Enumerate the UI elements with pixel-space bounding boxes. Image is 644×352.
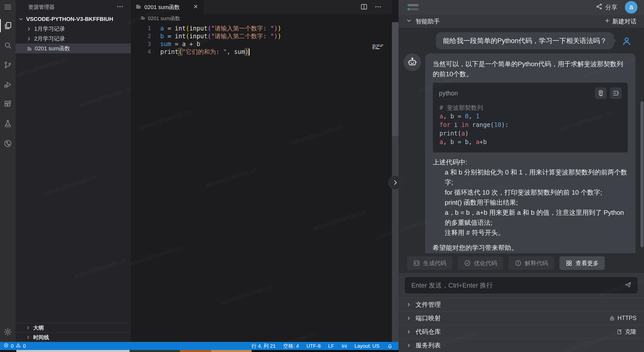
assistant-header[interactable]: 智能助手 新建对话 (398, 14, 644, 28)
status-bar: 0 0 行 4, 列 21空格: 4UTF-8LFIniLayout: US (0, 342, 398, 350)
status-item[interactable]: Layout: US (354, 343, 379, 349)
line-number: 2 (131, 33, 160, 39)
chevron-right-icon (26, 36, 32, 42)
assistant-intro: 当然可以，以下是一个简单的Python代码，用于求解斐波那契数列的前10个数。 (433, 59, 628, 79)
explanation: 上述代码中: a 和 b 分别初始化为 0 和 1，用来计算斐波那契数列的前两个… (433, 157, 628, 238)
share-icon (596, 3, 603, 10)
scrollbar-thumb[interactable] (392, 22, 398, 136)
split-editor-icon[interactable] (360, 3, 368, 12)
explorer-more-button[interactable] (116, 3, 124, 11)
send-icon[interactable] (624, 281, 632, 289)
chevron-right-icon (392, 179, 399, 186)
tree-item-2月学习记录[interactable]: 2月学习记录 (16, 34, 131, 44)
chat-code-line: # 斐波那契数列 (439, 103, 621, 112)
tree-item-0201 sum函数[interactable]: 0201 sum函数 (16, 44, 131, 53)
activity-extensions-button[interactable] (0, 96, 16, 112)
activity-source-control-button[interactable] (0, 57, 16, 73)
check-circle-icon (464, 260, 471, 267)
chevron-right-icon (26, 26, 32, 32)
chat-input[interactable] (411, 281, 624, 290)
code-line-4[interactable]: 4print("它们的和为: ", sum) (131, 48, 392, 56)
activity-run-debug-button[interactable] (0, 77, 16, 93)
panel-section-端口映射[interactable]: 端口映射HTTPS (398, 311, 644, 325)
activity-menu-button[interactable] (0, 0, 16, 14)
code-block-actions (595, 87, 622, 99)
strip-segment (211, 350, 252, 352)
code-block-header: python (433, 83, 628, 100)
chat-code-line: a, b = b, a+b (439, 138, 621, 146)
copy-button[interactable] (595, 87, 607, 99)
page-scrollbar[interactable] (640, 101, 643, 247)
info-circle-icon (515, 260, 522, 267)
activity-search-button[interactable] (0, 37, 16, 53)
sidebar-section-时间线[interactable]: 时间线 (16, 332, 131, 342)
action-button-label: 优化代码 (474, 259, 497, 267)
warning-count: 0 (23, 343, 26, 349)
share-button[interactable]: 分享 (596, 3, 617, 12)
panel-sections: 文件管理端口映射HTTPS代码仓库克隆服务列表 (398, 298, 644, 352)
code-language-label: python (439, 88, 458, 98)
explanation-items: a 和 b 分别初始化为 0 和 1，用来计算斐波那契数列的前两个数字;for … (433, 167, 628, 238)
warning-icon (16, 343, 21, 348)
explanation-item: print() 函数用于输出结果; (433, 197, 628, 207)
problems-indicator[interactable]: 0 0 (4, 343, 26, 349)
warning-icon (16, 343, 21, 349)
panel-section-代码仓库[interactable]: 代码仓库克隆 (398, 325, 644, 338)
code-editor[interactable]: 1a = int(input("请输入第一个数字: "))2b = int(in… (131, 22, 392, 56)
more-icon (116, 3, 124, 10)
tree-item-label: 0201 sum函数 (35, 45, 70, 52)
panel-section-服务列表[interactable]: 服务列表 (398, 338, 644, 352)
sidebar-section-大纲[interactable]: 大纲 (16, 323, 131, 332)
insert-button[interactable] (610, 87, 622, 99)
tree-root-label: VSCODE-PYTHON-V3-BKFFBIUH (26, 16, 113, 22)
line-number: 1 (131, 25, 160, 31)
status-item[interactable]: UTF-8 (306, 343, 321, 349)
chat-input-box[interactable] (405, 277, 637, 293)
tab-0201-sum[interactable]: 0201 sum函数 (131, 0, 203, 14)
close-icon[interactable] (193, 4, 199, 11)
chat-area: 能给我一段简单的Python代码，学习一下相关语法吗？ 当然可以，以下是一个简单… (398, 28, 644, 253)
avatar[interactable]: a (625, 1, 637, 14)
user-avatar (618, 32, 635, 50)
more-actions-icon[interactable] (374, 3, 382, 12)
action-button-查看更多[interactable]: 查看更多 (559, 256, 605, 270)
action-button-label: 查看更多 (576, 259, 599, 267)
code-line-1[interactable]: 1a = int(input("请输入第一个数字: ")) (131, 24, 392, 32)
action-button-解释代码[interactable]: 解释代码 (509, 256, 554, 270)
panel-section-label: 端口映射 (416, 314, 441, 322)
status-item[interactable]: 行 4, 列 21 (252, 343, 276, 349)
breadcrumb[interactable]: 0201 sum函数 (131, 14, 392, 22)
activity-explorer-button[interactable] (0, 18, 16, 34)
share-icon (596, 3, 603, 12)
section-extra-克隆[interactable]: 克隆 (616, 328, 636, 336)
status-item[interactable]: 空格: 4 (283, 343, 299, 349)
explanation-item: a，b = b，a+b 用来更新 a 和 b 的值，注意这里用到了 Python… (433, 207, 628, 228)
tree-item-1月学习记录[interactable]: 1月学习记录 (16, 24, 131, 34)
panel-section-文件管理[interactable]: 文件管理 (398, 298, 644, 311)
status-item[interactable]: Ini (342, 343, 347, 349)
activity-settings-button[interactable] (0, 325, 16, 339)
code-line-2[interactable]: 2b = int(input("请输入第二个数字: ")) (131, 32, 392, 40)
status-item[interactable]: LF (328, 343, 334, 349)
new-chat-button[interactable]: 新建对话 (604, 17, 636, 25)
copy-icon (597, 90, 604, 97)
chat-input-area (398, 273, 644, 298)
avatar-letter: a (629, 3, 633, 11)
action-button-生成代码[interactable]: 生成代码 (407, 256, 452, 270)
chevron-down-icon (18, 16, 24, 22)
menu-handle-icon[interactable] (408, 4, 419, 10)
action-button-优化代码[interactable]: 优化代码 (458, 256, 503, 270)
code-text: print("它们的和为: ", sum) (160, 48, 250, 56)
code-line-3[interactable]: 3sum = a + b (131, 40, 392, 48)
panel-section-label: 服务列表 (416, 341, 441, 349)
send-icon[interactable] (624, 281, 632, 290)
bell-icon[interactable] (387, 343, 393, 349)
panel-expand-button[interactable] (388, 175, 403, 190)
activity-remote-button[interactable] (0, 135, 16, 152)
extensions-icon (4, 100, 12, 109)
tree-root-folder[interactable]: VSCODE-PYTHON-V3-BKFFBIUH (16, 14, 131, 24)
activity-test-button[interactable] (0, 116, 16, 132)
list-icon (135, 4, 141, 11)
section-extra-HTTPS[interactable]: HTTPS (609, 315, 636, 322)
minimap[interactable] (372, 45, 386, 50)
